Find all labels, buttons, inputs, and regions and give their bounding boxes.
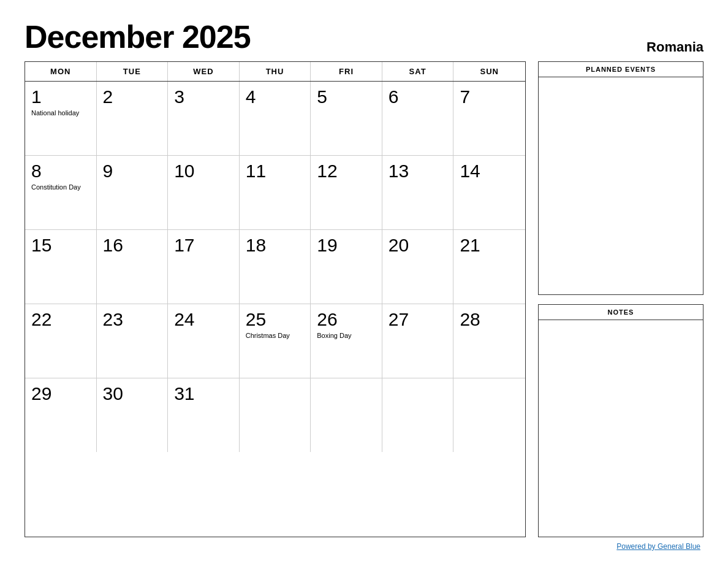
calendar-cell: 17 — [168, 230, 240, 304]
calendar-cell: 6 — [382, 82, 454, 155]
calendar-cell: 23 — [97, 304, 169, 378]
day-number: 29 — [31, 385, 91, 403]
day-number: 30 — [103, 385, 163, 403]
calendar-cell: 27 — [382, 304, 454, 378]
page-title: December 2025 — [25, 18, 251, 55]
day-number: 13 — [389, 162, 449, 180]
country-label: Romania — [646, 39, 703, 55]
day-number: 25 — [246, 310, 306, 329]
day-number: 18 — [246, 236, 306, 255]
calendar-cell: 21 — [453, 230, 525, 304]
calendar-cell: 3 — [168, 82, 240, 155]
day-event: Boxing Day — [317, 331, 377, 340]
notes-content — [539, 320, 703, 537]
day-number: 2 — [103, 88, 163, 106]
day-number: 9 — [103, 162, 163, 180]
day-number: 12 — [317, 162, 377, 180]
calendar-cell — [240, 378, 311, 452]
calendar-cell: 7 — [453, 82, 525, 155]
day-number: 16 — [103, 236, 163, 255]
main-area: MONTUEWEDTHUFRISATSUN 1National holiday2… — [25, 61, 703, 537]
day-number: 15 — [31, 236, 91, 255]
day-number: 23 — [103, 310, 163, 329]
day-number: 20 — [389, 236, 449, 255]
day-number: 17 — [174, 236, 234, 255]
calendar-row: 15161718192021 — [25, 230, 525, 304]
day-of-week-header: WED — [168, 62, 240, 81]
calendar-cell: 14 — [453, 156, 525, 229]
calendar-row: 1National holiday234567 — [25, 82, 525, 156]
day-event: Constitution Day — [31, 183, 91, 191]
day-number: 31 — [174, 385, 234, 403]
day-number: 24 — [174, 310, 234, 329]
planned-events-content — [539, 77, 703, 294]
day-of-week-header: SUN — [453, 62, 525, 81]
day-number: 11 — [246, 162, 306, 180]
day-number: 6 — [389, 88, 449, 106]
calendar-cell — [382, 378, 454, 452]
day-number: 21 — [460, 236, 520, 255]
calendar-row: 293031 — [25, 378, 525, 452]
calendar-cell: 10 — [168, 156, 240, 229]
day-of-week-header: THU — [240, 62, 311, 81]
day-number: 5 — [317, 88, 377, 106]
day-of-week-header: MON — [25, 62, 97, 81]
calendar-cell: 5 — [311, 82, 382, 155]
day-number: 4 — [246, 88, 306, 106]
planned-events-box: PLANNED EVENTS — [538, 61, 703, 295]
sidebar: PLANNED EVENTS NOTES — [538, 61, 703, 537]
calendar-cell: 1National holiday — [25, 82, 97, 155]
day-event: National holiday — [31, 109, 91, 117]
calendar-cell: 13 — [382, 156, 454, 229]
calendar-cell: 8Constitution Day — [25, 156, 97, 229]
day-of-week-header: FRI — [311, 62, 382, 81]
day-number: 1 — [31, 88, 91, 106]
calendar-cell: 18 — [240, 230, 311, 304]
planned-events-header: PLANNED EVENTS — [539, 62, 703, 77]
day-number: 28 — [460, 310, 520, 329]
day-number: 14 — [460, 162, 520, 180]
calendar-cell: 26Boxing Day — [311, 304, 382, 378]
calendar-cell — [453, 378, 525, 452]
day-number: 19 — [317, 236, 377, 255]
calendar-cell: 16 — [97, 230, 169, 304]
calendar-cell: 15 — [25, 230, 97, 304]
day-number: 26 — [317, 310, 377, 329]
calendar-body: 1National holiday2345678Constitution Day… — [25, 82, 525, 452]
calendar-cell: 25Christmas Day — [240, 304, 311, 378]
calendar-cell: 9 — [97, 156, 169, 229]
calendar-cell: 11 — [240, 156, 311, 229]
footer: Powered by General Blue — [25, 542, 703, 551]
day-number: 10 — [174, 162, 234, 180]
powered-by-link[interactable]: Powered by General Blue — [616, 542, 700, 551]
page: December 2025 Romania MONTUEWEDTHUFRISAT… — [0, 0, 728, 563]
calendar-row: 8Constitution Day91011121314 — [25, 156, 525, 230]
calendar-cell: 30 — [97, 378, 169, 452]
day-number: 3 — [174, 88, 234, 106]
calendar-cell: 12 — [311, 156, 382, 229]
calendar: MONTUEWEDTHUFRISATSUN 1National holiday2… — [25, 61, 526, 537]
calendar-cell: 20 — [382, 230, 454, 304]
calendar-cell: 31 — [168, 378, 240, 452]
day-of-week-header: SAT — [382, 62, 454, 81]
day-number: 27 — [389, 310, 449, 329]
notes-box: NOTES — [538, 304, 703, 538]
header: December 2025 Romania — [25, 18, 703, 55]
calendar-cell: 28 — [453, 304, 525, 378]
calendar-cell: 24 — [168, 304, 240, 378]
calendar-cell: 2 — [97, 82, 169, 155]
calendar-cell: 19 — [311, 230, 382, 304]
calendar-header: MONTUEWEDTHUFRISATSUN — [25, 62, 525, 82]
day-number: 22 — [31, 310, 91, 329]
day-of-week-header: TUE — [97, 62, 169, 81]
calendar-cell — [311, 378, 382, 452]
day-number: 8 — [31, 162, 91, 180]
day-event: Christmas Day — [246, 331, 306, 340]
calendar-cell: 29 — [25, 378, 97, 452]
notes-header: NOTES — [539, 305, 703, 320]
calendar-row: 22232425Christmas Day26Boxing Day2728 — [25, 304, 525, 378]
calendar-cell: 4 — [240, 82, 311, 155]
calendar-cell: 22 — [25, 304, 97, 378]
day-number: 7 — [460, 88, 520, 106]
